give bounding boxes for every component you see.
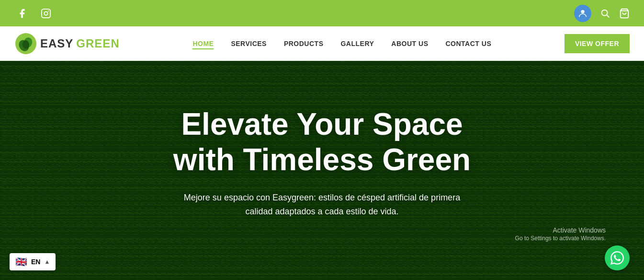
hero-section: Elevate Your Space with Timeless Green M…	[0, 61, 644, 280]
instagram-icon[interactable]	[38, 6, 54, 21]
social-links	[14, 6, 54, 21]
logo[interactable]: EASYGREEN	[14, 32, 120, 55]
logo-easy: EASY	[40, 37, 73, 50]
hero-content: Elevate Your Space with Timeless Green M…	[145, 107, 499, 234]
logo-icon	[14, 32, 37, 55]
nav-home[interactable]: HOME	[192, 40, 214, 49]
navigation: EASYGREEN HOME SERVICES PRODUCTS GALLERY…	[0, 26, 644, 61]
nav-products[interactable]: PRODUCTS	[284, 40, 324, 47]
cart-icon[interactable]	[619, 8, 630, 19]
language-switcher[interactable]: 🇬🇧 EN ▲	[10, 253, 56, 270]
svg-point-2	[48, 11, 49, 12]
language-code: EN	[31, 258, 40, 266]
logo-green: GREEN	[76, 37, 119, 50]
svg-point-1	[44, 12, 47, 15]
nav-links: HOME SERVICES PRODUCTS GALLERY ABOUT US …	[192, 39, 491, 48]
view-offer-button[interactable]: VIEW OFFER	[565, 34, 630, 53]
user-avatar[interactable]	[574, 5, 591, 22]
svg-line-5	[607, 15, 609, 17]
svg-point-3	[581, 10, 584, 13]
facebook-icon[interactable]	[14, 6, 30, 21]
nav-services[interactable]: SERVICES	[231, 40, 267, 47]
search-icon[interactable]	[600, 8, 610, 19]
nav-about[interactable]: ABOUT US	[391, 40, 428, 47]
nav-contact[interactable]: CONTACT US	[445, 40, 491, 47]
top-bar	[0, 0, 644, 26]
hero-title: Elevate Your Space with Timeless Green	[173, 107, 471, 177]
svg-rect-0	[42, 9, 50, 17]
svg-point-4	[602, 10, 608, 15]
hero-subtitle: Mejore su espacio con Easygreen: estilos…	[179, 191, 466, 219]
top-actions	[574, 5, 630, 22]
language-flag: 🇬🇧	[15, 256, 27, 268]
chevron-up-icon: ▲	[44, 258, 50, 265]
nav-gallery[interactable]: GALLERY	[340, 40, 374, 47]
whatsapp-button[interactable]	[605, 245, 630, 270]
